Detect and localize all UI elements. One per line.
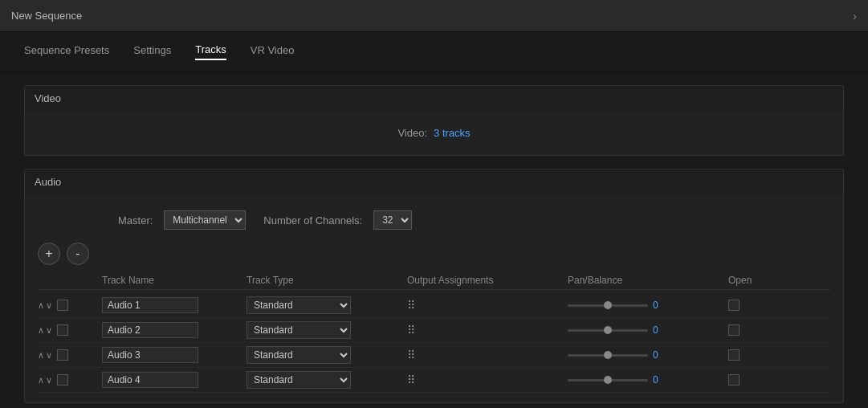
track-visibility-checkbox[interactable] <box>57 374 68 386</box>
output-assignments-cell-2: ⠿ <box>407 349 568 361</box>
track-name-cell-1 <box>102 322 247 338</box>
pan-value: 0 <box>653 300 664 311</box>
pan-slider-track <box>568 354 648 357</box>
output-assignments-cell-0: ⠿ <box>407 299 568 312</box>
master-select[interactable]: Multichannel Stereo 5.1 Mono Adaptive <box>164 210 246 230</box>
open-checkbox[interactable] <box>728 349 740 361</box>
col-header-empty <box>38 275 102 286</box>
video-section: Video Video: 3 tracks <box>24 85 844 156</box>
track-name-input[interactable] <box>102 372 198 388</box>
close-icon[interactable]: › <box>853 10 857 22</box>
audio-section: Audio Master: Multichannel Stereo 5.1 Mo… <box>24 169 844 403</box>
output-assignments-cell-3: ⠿ <box>407 373 568 386</box>
video-tracks-row: Video: 3 tracks <box>38 120 830 145</box>
track-type-select[interactable]: Standard 5.1 Adaptive Mono <box>247 296 351 314</box>
track-table: Track Name Track Type Output Assignments… <box>38 271 830 393</box>
pan-slider-thumb[interactable] <box>604 351 612 359</box>
col-header-open: Open <box>728 275 793 286</box>
audio-section-body: Master: Multichannel Stereo 5.1 Mono Ada… <box>25 194 843 402</box>
track-type-select[interactable]: Standard 5.1 Adaptive Mono <box>247 346 351 364</box>
track-name-input[interactable] <box>102 347 198 363</box>
pan-slider-thumb[interactable] <box>604 376 612 384</box>
track-row: ∧ ∨ Standard 5.1 Adaptive Mono ⠿ 0 <box>38 318 830 343</box>
main-content: Video Video: 3 tracks Audio Master: Mult… <box>0 72 868 408</box>
video-track-count: 3 tracks <box>434 127 471 139</box>
open-cell-3 <box>728 374 793 386</box>
open-checkbox[interactable] <box>728 374 740 386</box>
output-icon: ⠿ <box>407 373 415 386</box>
output-icon: ⠿ <box>407 349 415 361</box>
track-controls-2: ∧ ∨ <box>38 349 102 361</box>
audio-section-header: Audio <box>25 169 843 194</box>
track-name-cell-3 <box>102 372 247 388</box>
pan-slider-track <box>568 304 648 307</box>
open-cell-1 <box>728 324 793 336</box>
track-type-cell-3: Standard 5.1 Adaptive Mono <box>247 371 407 389</box>
open-cell-0 <box>728 300 793 311</box>
col-header-pan-balance: Pan/Balance <box>568 275 728 286</box>
pan-value: 0 <box>653 324 664 336</box>
track-visibility-checkbox[interactable] <box>57 349 68 361</box>
track-visibility-checkbox[interactable] <box>57 300 68 311</box>
track-type-select[interactable]: Standard 5.1 Adaptive Mono <box>247 371 351 389</box>
arrow-down-icon[interactable]: ∨ <box>46 375 52 386</box>
arrow-up-icon[interactable]: ∧ <box>38 325 44 336</box>
track-row: ∧ ∨ Standard 5.1 Adaptive Mono ⠿ 0 <box>38 368 830 393</box>
pan-value: 0 <box>653 374 664 386</box>
dialog-title: New Sequence <box>11 10 82 22</box>
master-label: Master: <box>118 214 153 226</box>
open-checkbox[interactable] <box>728 300 740 311</box>
add-track-button[interactable]: + <box>38 243 60 265</box>
video-label: Video: <box>397 127 427 139</box>
channel-count-select[interactable]: 32 16 8 4 2 <box>373 210 412 230</box>
track-name-input[interactable] <box>102 297 198 313</box>
pan-balance-cell-0: 0 <box>568 300 728 311</box>
pan-balance-cell-1: 0 <box>568 324 728 336</box>
pan-slider-thumb[interactable] <box>604 301 612 309</box>
track-type-cell-2: Standard 5.1 Adaptive Mono <box>247 346 407 364</box>
tab-settings[interactable]: Settings <box>133 44 171 59</box>
track-controls-3: ∧ ∨ <box>38 374 102 386</box>
track-name-cell-2 <box>102 347 247 363</box>
arrow-up-icon[interactable]: ∧ <box>38 350 44 361</box>
pan-slider-thumb[interactable] <box>604 326 612 334</box>
track-table-header: Track Name Track Type Output Assignments… <box>38 271 830 290</box>
track-name-input[interactable] <box>102 322 198 338</box>
tab-tracks[interactable]: Tracks <box>195 43 226 60</box>
output-icon: ⠿ <box>407 324 415 337</box>
track-controls-0: ∧ ∨ <box>38 300 102 311</box>
track-controls-1: ∧ ∨ <box>38 324 102 336</box>
channel-label: Number of Channels: <box>263 214 362 226</box>
video-section-body: Video: 3 tracks <box>25 111 843 155</box>
track-type-cell-0: Standard 5.1 Adaptive Mono <box>247 296 407 314</box>
pan-slider-track <box>568 379 648 381</box>
arrow-down-icon[interactable]: ∨ <box>46 350 52 361</box>
track-row: ∧ ∨ Standard 5.1 Adaptive Mono ⠿ 0 <box>38 293 830 318</box>
col-header-output-assignments: Output Assignments <box>407 275 568 286</box>
pan-value: 0 <box>653 349 664 361</box>
arrow-up-icon[interactable]: ∧ <box>38 300 44 311</box>
arrow-down-icon[interactable]: ∨ <box>46 325 52 336</box>
remove-track-button[interactable]: - <box>67 243 89 265</box>
tab-vr-video[interactable]: VR Video <box>251 44 295 59</box>
arrow-down-icon[interactable]: ∨ <box>46 300 52 311</box>
col-header-track-name: Track Name <box>102 275 247 286</box>
track-rows-container: ∧ ∨ Standard 5.1 Adaptive Mono ⠿ 0 ∧ ∨ S… <box>38 293 830 393</box>
video-section-header: Video <box>25 86 843 111</box>
track-row: ∧ ∨ Standard 5.1 Adaptive Mono ⠿ 0 <box>38 343 830 368</box>
output-assignments-cell-1: ⠿ <box>407 324 568 337</box>
pan-balance-cell-2: 0 <box>568 349 728 361</box>
open-checkbox[interactable] <box>728 324 740 336</box>
pan-slider-track <box>568 329 648 332</box>
track-name-cell-0 <box>102 297 247 313</box>
pan-balance-cell-3: 0 <box>568 374 728 386</box>
open-cell-2 <box>728 349 793 361</box>
track-type-select[interactable]: Standard 5.1 Adaptive Mono <box>247 321 351 339</box>
tabs-bar: Sequence Presets Settings Tracks VR Vide… <box>0 32 868 72</box>
title-bar: New Sequence › <box>0 0 868 32</box>
track-visibility-checkbox[interactable] <box>57 324 68 336</box>
track-type-cell-1: Standard 5.1 Adaptive Mono <box>247 321 407 339</box>
tab-sequence-presets[interactable]: Sequence Presets <box>24 44 109 59</box>
arrow-up-icon[interactable]: ∧ <box>38 375 44 386</box>
output-icon: ⠿ <box>407 299 415 312</box>
